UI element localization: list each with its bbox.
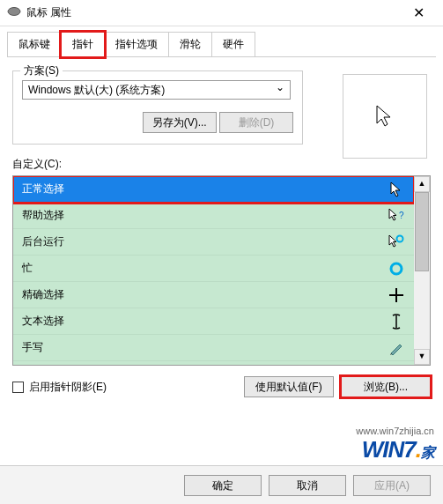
ok-button[interactable]: 确定 <box>184 475 262 496</box>
mouse-icon <box>7 6 21 19</box>
arrow-cursor-icon <box>375 104 395 129</box>
window-title: 鼠标 属性 <box>26 5 401 20</box>
apply-button: 应用(A) <box>353 475 431 496</box>
watermark-url: www.win7zhijia.cn <box>356 426 434 436</box>
scheme-selected-value: Windows 默认(大) (系统方案) <box>28 84 165 96</box>
cancel-button[interactable]: 取消 <box>269 475 346 496</box>
scheme-group: 方案(S) Windows 默认(大) (系统方案) 另存为(V)... 删除(… <box>12 70 303 145</box>
checkbox-box-icon <box>12 382 24 393</box>
dialog-button-bar: 确定 取消 应用(A) <box>0 465 443 504</box>
tab-label: 硬件 <box>223 38 244 50</box>
checkbox-label: 启用指针阴影(E) <box>29 380 107 395</box>
scheme-legend: 方案(S) <box>20 63 63 78</box>
tab-label: 鼠标键 <box>18 38 50 50</box>
scroll-down-button[interactable]: ▼ <box>414 349 430 365</box>
browse-button[interactable]: 浏览(B)... <box>341 376 431 397</box>
use-default-button[interactable]: 使用默认值(F) <box>244 376 334 397</box>
tab-wheel[interactable]: 滑轮 <box>168 32 212 57</box>
scheme-buttons: 另存为(V)... 删除(D) <box>22 112 293 133</box>
arrow-help-icon: ? <box>388 208 405 224</box>
scroll-thumb[interactable] <box>415 192 429 271</box>
list-item-background-busy[interactable]: 后台运行 <box>13 229 414 256</box>
arrow-busy-icon <box>388 234 405 250</box>
svg-point-0 <box>8 8 20 16</box>
pointer-shadow-checkbox[interactable]: 启用指针阴影(E) <box>12 380 237 395</box>
list-item-precision[interactable]: 精确选择 <box>13 282 414 308</box>
pen-icon <box>388 340 405 356</box>
list-item-label: 精确选择 <box>22 287 64 302</box>
tab-hardware[interactable]: 硬件 <box>211 32 255 57</box>
ibeam-icon <box>388 314 405 330</box>
tab-content: 方案(S) Windows 默认(大) (系统方案) 另存为(V)... 删除(… <box>0 58 443 397</box>
list-item-help-select[interactable]: 帮助选择 ? <box>13 203 414 229</box>
button-label: 确定 <box>212 479 233 492</box>
scheme-select[interactable]: Windows 默认(大) (系统方案) <box>22 80 291 100</box>
list-item-busy[interactable]: 忙 <box>13 256 414 282</box>
scroll-up-button[interactable]: ▲ <box>414 176 430 192</box>
tab-label: 指针 <box>72 38 93 50</box>
list-item-label: 忙 <box>22 261 33 276</box>
list-item-label: 文本选择 <box>22 314 64 329</box>
delete-button: 删除(D) <box>219 112 293 133</box>
list-item-label: 手写 <box>22 340 43 355</box>
button-label: 应用(A) <box>374 479 410 492</box>
scroll-track[interactable] <box>414 192 430 349</box>
cursor-list-body: 正常选择 帮助选择 ? 后台运行 忙 <box>13 176 414 365</box>
busy-ring-icon <box>388 261 405 277</box>
svg-point-2 <box>397 235 403 241</box>
tab-bar: 鼠标键 指针 指针选项 滑轮 硬件 <box>0 26 443 57</box>
window-close-button[interactable]: ✕ <box>401 0 436 26</box>
customize-label: 自定义(C): <box>12 157 431 172</box>
below-list-row: 启用指针阴影(E) 使用默认值(F) 浏览(B)... <box>12 376 431 397</box>
list-item-normal-select[interactable]: 正常选择 <box>13 176 414 203</box>
tab-pointer-options[interactable]: 指针选项 <box>104 32 169 57</box>
tab-label: 指针选项 <box>115 38 158 50</box>
svg-text:?: ? <box>399 211 404 220</box>
button-label: 删除(D) <box>239 116 275 129</box>
tab-mouse-buttons[interactable]: 鼠标键 <box>7 32 62 57</box>
list-item-text-select[interactable]: 文本选择 <box>13 308 414 335</box>
cursor-list: 正常选择 帮助选择 ? 后台运行 忙 <box>12 175 431 366</box>
titlebar: 鼠标 属性 ✕ <box>0 0 443 26</box>
list-item-handwriting[interactable]: 手写 <box>13 335 414 361</box>
list-item-label: 后台运行 <box>22 234 64 249</box>
button-label: 另存为(V)... <box>152 116 207 129</box>
list-item-label: 帮助选择 <box>22 208 64 223</box>
svg-point-3 <box>391 263 402 274</box>
tab-pointer[interactable]: 指针 <box>61 32 105 57</box>
button-label: 使用默认值(F) <box>255 381 321 393</box>
watermark-logo: WIN7.家 <box>356 436 434 463</box>
tab-label: 滑轮 <box>180 38 201 50</box>
button-label: 浏览(B)... <box>364 381 408 393</box>
arrow-cursor-icon <box>388 182 405 197</box>
cursor-preview <box>343 74 427 159</box>
list-item-label: 正常选择 <box>22 182 64 196</box>
save-as-button[interactable]: 另存为(V)... <box>143 112 217 133</box>
watermark: www.win7zhijia.cn WIN7.家 <box>356 426 434 463</box>
list-item-unavailable[interactable]: 不可用 <box>13 361 414 365</box>
crosshair-icon <box>388 287 405 303</box>
list-scrollbar[interactable]: ▲ ▼ <box>414 176 430 365</box>
button-label: 取消 <box>297 479 318 492</box>
